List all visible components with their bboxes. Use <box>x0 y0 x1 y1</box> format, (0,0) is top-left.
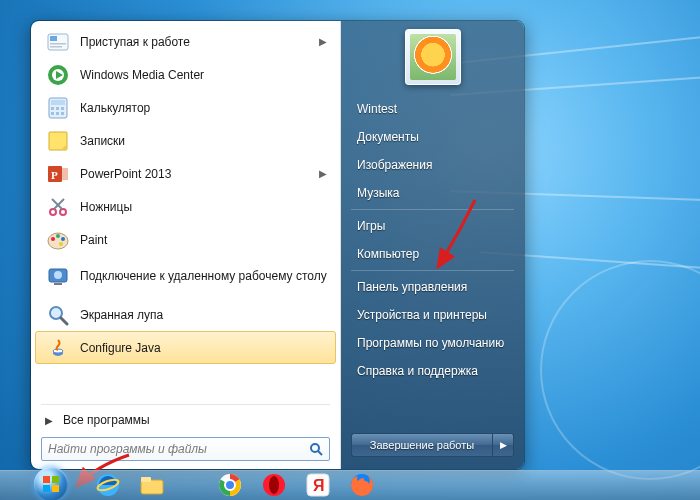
program-item-configure-java[interactable]: Configure Java <box>35 331 336 364</box>
svg-point-51 <box>269 476 279 494</box>
svg-rect-11 <box>61 107 64 110</box>
svg-line-36 <box>318 451 322 455</box>
svg-line-22 <box>54 199 64 209</box>
svg-rect-1 <box>50 36 57 41</box>
right-item-control-panel[interactable]: Панель управления <box>341 273 524 301</box>
magnifier-icon <box>46 303 70 327</box>
shutdown-button[interactable]: Завершение работы <box>351 433 492 457</box>
svg-rect-12 <box>51 112 54 115</box>
taskbar[interactable]: Я <box>0 470 700 500</box>
svg-point-27 <box>61 237 65 241</box>
chevron-right-icon: ▶ <box>45 415 53 426</box>
svg-point-35 <box>311 444 319 452</box>
start-menu-right-pane: Wintest Документы Изображения Музыка Игр… <box>341 21 524 469</box>
right-item-default-programs[interactable]: Программы по умолчанию <box>341 329 524 357</box>
start-button[interactable] <box>30 468 71 500</box>
all-programs-button[interactable]: ▶ Все программы <box>31 407 340 433</box>
windows-orb-icon <box>34 467 68 500</box>
separator <box>351 270 514 271</box>
search-placeholder: Найти программы и файлы <box>48 442 207 456</box>
calculator-icon <box>46 96 70 120</box>
program-label: Windows Media Center <box>80 68 204 82</box>
svg-rect-39 <box>43 476 50 483</box>
decor-curve <box>540 260 700 480</box>
svg-rect-41 <box>43 485 50 492</box>
program-item-powerpoint[interactable]: P PowerPoint 2013 ▶ <box>35 157 336 190</box>
right-item-help[interactable]: Справка и поддержка <box>341 357 524 385</box>
svg-point-30 <box>54 271 62 279</box>
svg-point-20 <box>50 209 56 215</box>
powerpoint-icon: P <box>46 162 70 186</box>
right-item-devices[interactable]: Устройства и принтеры <box>341 301 524 329</box>
svg-rect-19 <box>62 168 68 180</box>
svg-point-21 <box>60 209 66 215</box>
program-item-snipping-tool[interactable]: Ножницы <box>35 190 336 223</box>
svg-rect-8 <box>51 100 65 105</box>
right-item-user[interactable]: Wintest <box>341 95 524 123</box>
user-picture-frame[interactable] <box>405 29 461 85</box>
svg-rect-40 <box>52 476 59 483</box>
svg-point-28 <box>59 242 63 246</box>
program-item-remote-desktop[interactable]: Подключение к удаленному рабочему столу <box>35 256 336 298</box>
java-icon <box>46 336 70 360</box>
right-item-pictures[interactable]: Изображения <box>341 151 524 179</box>
svg-line-33 <box>61 318 67 324</box>
right-item-computer[interactable]: Компьютер <box>341 240 524 268</box>
taskbar-opera-icon[interactable] <box>254 472 294 498</box>
shutdown-label: Завершение работы <box>370 439 474 451</box>
svg-text:Я: Я <box>313 477 325 494</box>
taskbar-chrome-icon[interactable] <box>210 472 250 498</box>
remote-desktop-icon <box>46 265 70 289</box>
separator <box>351 209 514 210</box>
svg-rect-13 <box>56 112 59 115</box>
search-input[interactable]: Найти программы и файлы <box>41 437 330 461</box>
program-item-paint[interactable]: Paint <box>35 223 336 256</box>
program-item-calculator[interactable]: Калькулятор <box>35 91 336 124</box>
program-item-media-center[interactable]: Windows Media Center <box>35 58 336 91</box>
program-label: PowerPoint 2013 <box>80 167 171 181</box>
paint-icon <box>46 228 70 252</box>
taskbar-firefox-icon[interactable] <box>342 472 382 498</box>
getting-started-icon <box>46 30 70 54</box>
program-item-magnifier[interactable]: Экранная лупа <box>35 298 336 331</box>
svg-rect-46 <box>141 477 151 482</box>
submenu-arrow-icon: ▶ <box>319 168 327 179</box>
program-label: Калькулятор <box>80 101 150 115</box>
svg-rect-9 <box>51 107 54 110</box>
svg-line-23 <box>52 199 62 209</box>
program-label: Paint <box>80 233 107 247</box>
taskbar-ie-icon[interactable] <box>88 472 128 498</box>
start-menu: Приступая к работе ▶ Windows Media Cente… <box>30 20 525 470</box>
right-item-documents[interactable]: Документы <box>341 123 524 151</box>
svg-rect-45 <box>141 480 163 494</box>
shutdown-options-button[interactable]: ▶ <box>492 433 514 457</box>
separator <box>41 404 330 405</box>
taskbar-explorer-icon[interactable] <box>132 472 172 498</box>
program-label: Подключение к удаленному рабочему столу <box>80 270 327 284</box>
start-menu-left-pane: Приступая к работе ▶ Windows Media Cente… <box>31 21 341 469</box>
program-label: Configure Java <box>80 341 161 355</box>
svg-rect-14 <box>61 112 64 115</box>
program-label: Экранная лупа <box>80 308 163 322</box>
svg-rect-31 <box>54 283 62 285</box>
recent-programs-list: Приступая к работе ▶ Windows Media Cente… <box>31 25 340 402</box>
svg-rect-3 <box>50 46 62 48</box>
taskbar-yandex-icon[interactable]: Я <box>298 472 338 498</box>
media-center-icon <box>46 63 70 87</box>
sticky-notes-icon <box>46 129 70 153</box>
scissors-icon <box>46 195 70 219</box>
search-icon <box>309 442 323 456</box>
program-item-getting-started[interactable]: Приступая к работе ▶ <box>35 25 336 58</box>
svg-text:P: P <box>51 169 58 181</box>
program-item-sticky-notes[interactable]: Записки <box>35 124 336 157</box>
svg-rect-42 <box>52 485 59 492</box>
right-item-games[interactable]: Игры <box>341 212 524 240</box>
svg-point-25 <box>51 237 55 241</box>
program-label: Ножницы <box>80 200 132 214</box>
program-label: Записки <box>80 134 125 148</box>
submenu-arrow-icon: ▶ <box>319 36 327 47</box>
svg-rect-10 <box>56 107 59 110</box>
desktop: Приступая к работе ▶ Windows Media Cente… <box>0 0 700 500</box>
right-item-music[interactable]: Музыка <box>341 179 524 207</box>
user-picture <box>410 34 456 80</box>
